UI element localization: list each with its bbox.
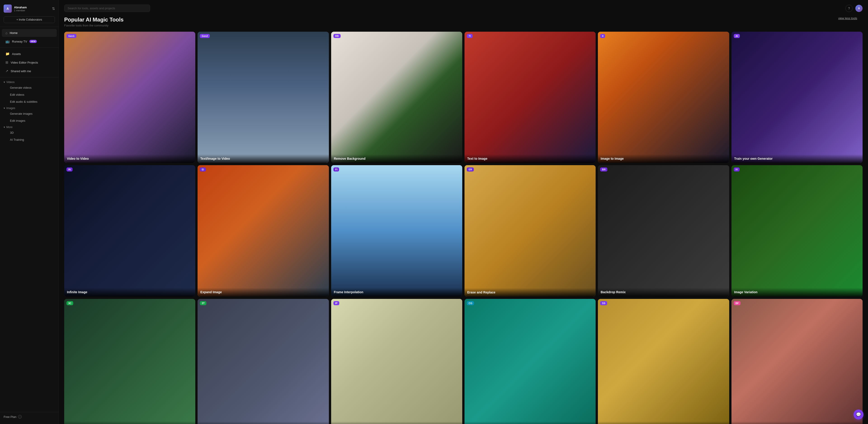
sidebar-item-edit-videos[interactable]: Edit videos [2,91,57,98]
section-label: More [6,125,12,129]
main-content: ? A Popular AI Magic Tools Favorite tool… [59,0,868,424]
tool-badge-ss: SS [600,301,607,305]
chevron-icon: ⇅ [52,6,55,11]
share-icon: ↗ [5,69,8,73]
user-avatar[interactable]: A [855,5,863,12]
search-input[interactable] [64,4,150,12]
sidebar-item-label: Assets [12,52,21,56]
tool-card-ss[interactable]: SSSuper-Slow Motion [598,299,729,424]
home-icon: ⌂ [5,31,7,35]
tool-badge-br: BR [600,167,608,171]
chevron-icon: ▾ [4,107,5,110]
profile-name: Abraham [14,6,50,9]
tool-badge-iv: IV [734,167,740,171]
tool-badge-gen1: Gen1 [66,34,76,38]
tool-card-iv[interactable]: IVImage Variation [732,165,863,296]
view-less-link[interactable]: view less tools [838,17,857,20]
tool-label-fi: Frame Interpolation [334,290,460,294]
profile-sub: 1 member [14,9,50,12]
tool-label-br: Backdrop Remix [600,290,726,294]
folder-icon: 📁 [5,52,10,56]
sidebar-item-video-editor[interactable]: ⊞ Video Editor Projects [2,58,57,66]
tool-card-ii[interactable]: IIImage to Image [598,32,729,163]
sidebar-item-label: Runway TV [12,40,27,43]
tool-badge-bf: BF [734,301,741,305]
tool-card-ei[interactable]: EIExpand Image [197,165,329,296]
page-subtitle: Favorite tools from the community [64,24,124,27]
tool-card-fi[interactable]: FIFrame Interpolation [331,165,462,296]
page-title: Popular AI Magic Tools [64,17,124,23]
tool-label-rb: Remove Background [334,157,460,161]
sidebar-item-generate-videos[interactable]: Generate videos [2,84,57,91]
sidebar-item-label: Video Editor Projects [11,61,38,64]
tool-card-3c[interactable]: 3C3D CaptureBeta [64,299,195,424]
tool-badge-fi: FI [333,167,339,171]
tool-card-ip[interactable]: IPInpainting [331,299,462,424]
sidebar-item-label: Home [10,31,18,35]
tool-label-ei: Expand Image [200,290,326,294]
tool-card-ti[interactable]: TIText to Image [465,32,596,163]
tool-card-3t[interactable]: 3T3D Texture [197,299,329,424]
chevron-icon: ▾ [4,81,5,84]
sidebar-item-edit-images[interactable]: Edit images [2,117,57,124]
tool-card-gen2[interactable]: Gen2Text/Image to Video [197,32,329,163]
sidebar-item-label: Shared with me [11,69,31,73]
grid-icon: ⊞ [5,60,8,64]
tool-badge-3t: 3T [200,301,206,305]
sidebar-item-ai-training[interactable]: AI Training [2,136,57,143]
tool-badge-ti: TI [467,34,473,38]
tool-card-gen1[interactable]: Gen1Video to Video [64,32,195,163]
sidebar-item-shared-with-me[interactable]: ↗ Shared with me [2,67,57,75]
tool-label-gen2: Text/Image to Video [200,157,326,161]
info-icon[interactable]: i [18,415,22,419]
tool-label-er: Erase and Replace [467,290,593,294]
tool-badge-in: IN [66,167,72,171]
tool-card-bf[interactable]: BFBlur Faces [732,299,863,424]
chevron-icon: ▾ [4,125,5,129]
tool-badge-cg: CG [467,301,474,305]
section-images[interactable]: ▾ Images [0,105,59,110]
tool-label-ii: Image to Image [600,157,726,161]
tool-badge-rb: RB [333,34,341,38]
sidebar: A Abraham 1 member ⇅ + Invite Collaborat… [0,0,59,424]
tool-card-rb[interactable]: RBRemove Background [331,32,462,163]
tool-card-br[interactable]: BRBackdrop Remix [598,165,729,296]
tool-card-er[interactable]: ERErase and Replace [465,165,596,296]
tool-badge-er: ER [467,167,474,171]
tool-badge-ip: IP [333,301,339,305]
tool-badge-3c: 3C [66,301,73,305]
sidebar-item-3d[interactable]: 3D [2,130,57,136]
tool-card-ai[interactable]: AITrain your own Generator [732,32,863,163]
sidebar-item-generate-images[interactable]: Generate images [2,110,57,117]
section-videos[interactable]: ▾ Videos [0,79,59,84]
sidebar-bottom: Free Plan i [0,412,59,421]
sidebar-item-runway-tv[interactable]: 📺 Runway TV NEW [2,37,57,46]
section-label: Videos [6,81,14,84]
sidebar-item-assets[interactable]: 📁 Assets [2,50,57,58]
tool-label-ti: Text to Image [467,157,593,161]
sidebar-item-home[interactable]: ⌂ Home [2,29,57,37]
section-more[interactable]: ▾ More [0,124,59,129]
free-plan: Free Plan i [4,415,55,419]
tool-label-gen1: Video to Video [67,157,193,161]
invite-collaborators-button[interactable]: + Invite Collaborators [4,16,55,23]
top-bar: ? A [64,4,863,12]
tool-badge-gen2: Gen2 [200,34,210,38]
tool-card-cg[interactable]: CGColor Grade (LUT) [465,299,596,424]
divider [0,48,59,48]
tool-card-in[interactable]: INInfinite Image [64,165,195,296]
tv-icon: 📺 [5,39,10,44]
tool-badge-ei: EI [200,167,206,171]
profile-section[interactable]: A Abraham 1 member ⇅ [0,3,59,15]
tools-grid: Gen1Video to VideoGen2Text/Image to Vide… [64,32,863,424]
section-label: Images [6,107,15,110]
tool-badge-ii: II [600,34,605,38]
sidebar-item-edit-audio[interactable]: Edit audio & subtitles [2,98,57,105]
new-badge: NEW [29,40,37,43]
help-button[interactable]: ? [845,5,852,12]
avatar: A [4,4,12,13]
tool-label-ai: Train your own Generator [734,157,860,161]
chat-bubble[interactable]: 💬 [854,409,864,420]
tool-label-iv: Image Variation [734,290,860,294]
page-header: Popular AI Magic Tools Favorite tools fr… [64,17,863,27]
